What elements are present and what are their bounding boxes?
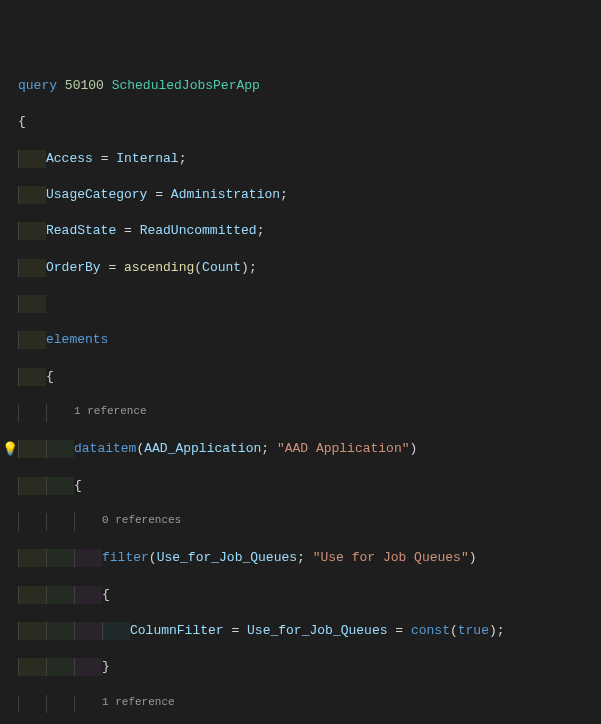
property: Access (46, 151, 93, 166)
code-line[interactable]: { (8, 586, 601, 604)
code-line[interactable]: ReadState = ReadUncommitted; (8, 222, 601, 240)
property: OrderBy (46, 260, 101, 275)
codelens-text: 1 reference (74, 405, 147, 417)
code-line[interactable]: Access = Internal; (8, 150, 601, 168)
func: ascending (124, 260, 194, 275)
code-line[interactable]: query 50100 ScheduledJobsPerApp (8, 77, 601, 95)
string: "AAD Application" (277, 441, 410, 456)
codelens-text: 0 references (102, 514, 181, 526)
arg: Count (202, 260, 241, 275)
blank-line[interactable] (8, 295, 601, 313)
codelens[interactable]: 1 reference (8, 695, 601, 713)
code-line[interactable]: } (8, 658, 601, 676)
codelens[interactable]: 1 reference (8, 404, 601, 422)
object-name: ScheduledJobsPerApp (112, 78, 260, 93)
keyword: dataitem (74, 441, 136, 456)
ident: Use_for_Job_Queues (157, 550, 297, 565)
code-line[interactable]: { (8, 113, 601, 131)
string: "Use for Job Queues" (313, 550, 469, 565)
code-line[interactable]: ColumnFilter = Use_for_Job_Queues = cons… (8, 622, 601, 640)
code-line[interactable]: 💡dataitem(AAD_Application; "AAD Applicat… (8, 440, 601, 458)
code-line[interactable]: { (8, 477, 601, 495)
code-line[interactable]: filter(Use_for_Job_Queues; "Use for Job … (8, 549, 601, 567)
code-line[interactable]: OrderBy = ascending(Count); (8, 259, 601, 277)
keyword: const (411, 623, 450, 638)
code-line[interactable]: { (8, 368, 601, 386)
keyword-elements: elements (46, 332, 108, 347)
const: true (458, 623, 489, 638)
ident: Use_for_Job_Queues (247, 623, 387, 638)
property: ReadState (46, 223, 116, 238)
value: Administration (171, 187, 280, 202)
value: ReadUncommitted (140, 223, 257, 238)
property: UsageCategory (46, 187, 147, 202)
ident: AAD_Application (144, 441, 261, 456)
codelens-text: 1 reference (102, 696, 175, 708)
lightbulb-icon[interactable]: 💡 (2, 441, 18, 459)
keyword-query: query (18, 78, 57, 93)
value: Internal (116, 151, 178, 166)
code-line[interactable]: UsageCategory = Administration; (8, 186, 601, 204)
codelens[interactable]: 0 references (8, 513, 601, 531)
object-id: 50100 (65, 78, 104, 93)
property: ColumnFilter (130, 623, 224, 638)
keyword: filter (102, 550, 149, 565)
code-line[interactable]: elements (8, 331, 601, 349)
